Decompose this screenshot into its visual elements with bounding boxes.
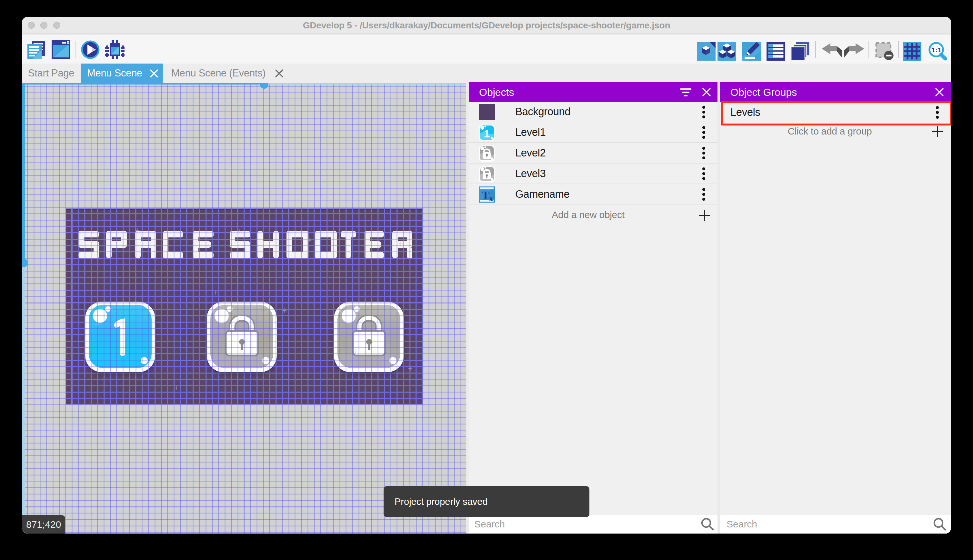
svg-text:x: x (490, 195, 493, 202)
svg-text:1: 1 (484, 127, 490, 140)
svg-text:T: T (482, 189, 490, 202)
svg-text:1:1: 1:1 (932, 46, 942, 53)
